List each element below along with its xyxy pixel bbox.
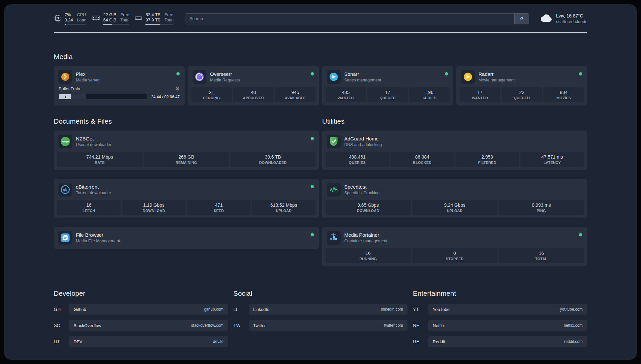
stat-block: 945 AVAILABLE [275,87,316,102]
stat-label: WANTED [327,96,365,100]
stat-block: 17 WANTED [460,87,500,102]
weather-location: Lviv, 16.87°C [556,13,587,19]
stat-block: 39.6 TB DOWNLOADED [230,152,316,167]
service-name: File Browser [76,232,120,238]
bookmark-url: youtube.com [560,307,583,312]
bookmark-abbr: RE [413,339,428,344]
service-name: Radarr [478,71,515,77]
bookmark-url: github.com [204,307,224,312]
memory-total-label: Total [120,17,129,23]
stat-label: DOWNLOAD [123,209,184,213]
memory-free-value: 22 GiB [103,12,116,17]
stat-value: 9.24 Gbps [413,202,496,208]
memory-progress-bar [103,24,129,25]
service-card-nzbget[interactable]: nzbget NZBGet Usenet downloader 744.21 M… [54,131,319,170]
stat-label: MOVIES [545,96,583,100]
stat-block: 744.21 Mbps RATE [57,152,142,167]
stat-value: 17 [461,90,499,95]
stat-block: 17 QUEUED [367,87,408,102]
section-documents-files: Documents & Files nzbget NZBGet U [54,117,319,249]
status-indicator [579,233,582,236]
dashboard: 7% CPU 3.24 Load [4,4,637,360]
stat-value: 471 [188,202,249,208]
service-card-radarr[interactable]: Radarr Movie management 17 WANTED 22 QUE… [456,66,587,106]
stat-block: 1.19 Gbps DOWNLOAD [122,200,186,215]
weather-condition: scattered clouds [556,19,587,24]
stat-label: RUNNING [327,257,410,261]
bookmark-link[interactable]: Netflix netflix.com [428,320,587,331]
bookmark-abbr: NF [413,323,428,328]
service-card-overseerr[interactable]: Overseerr Media Requests 21 PENDING 40 A… [188,66,319,106]
cpu-usage-value: 7% [65,12,73,17]
stat-label: RATE [58,161,141,165]
pause-button[interactable] [59,94,71,99]
stat-value: 47.571 ms [522,154,583,160]
bookmark-link[interactable]: Twitter twitter.com [249,320,408,331]
stat-label: SERIES [411,96,448,100]
stat-label: WANTED [461,96,499,100]
stat-label: FILTERED [457,161,518,165]
stat-label: DOWNLOAD [327,209,410,213]
bookmark-url: reddit.com [564,339,583,344]
bookmark-link[interactable]: YouTube youtube.com [428,304,587,315]
bookmark-linkedin: LI LinkedIn linkedin.com [233,304,408,315]
service-name: AdGuard Home [344,136,382,141]
service-card-portainer[interactable]: Media Portainer Container management 16 … [322,227,587,266]
stat-label: LEECH [58,209,119,213]
bookmark-name: Reddit [433,339,445,344]
service-card-filebrowser[interactable]: File Browser Media File Management [54,227,319,249]
search-input[interactable] [185,14,514,24]
stat-block: 16 LEECH [57,200,121,215]
bookmark-name: Github [74,307,86,312]
stat-label: PENDING [193,96,230,100]
service-card-plex[interactable]: Plex Media server Bullet Train ⚙ 24:44 /… [54,66,185,106]
service-name: qBittorrent [76,184,111,190]
stat-value: 21 [193,90,230,95]
memory-total-value: 64 GiB [103,17,116,23]
bookmark-link[interactable]: Github github.com [69,304,228,315]
stat-label: APPROVED [234,96,272,100]
bookmark-name: YouTube [433,307,449,312]
memory-free-label: Free [120,12,129,17]
bookmark-github: GH Github github.com [54,304,228,315]
memory-icon [92,15,100,23]
section-title-entertainment: Entertainment [413,289,587,297]
header-divider [54,32,587,33]
service-name: Speedtest [344,184,380,190]
bookmark-link[interactable]: LinkedIn linkedin.com [249,304,408,315]
service-name: Plex [76,71,100,77]
playback-progress-bar[interactable] [71,94,147,99]
search-provider-button[interactable]: G [514,14,529,24]
settings-gear-icon[interactable]: ⚙ [175,86,180,91]
status-indicator [311,185,314,188]
stat-block: 0.993 ms PING [499,200,584,215]
bookmark-url: linkedin.com [381,307,403,312]
bookmark-link[interactable]: Reddit reddit.com [428,336,587,347]
section-title-documents: Documents & Files [54,117,319,125]
service-card-adguard[interactable]: AdGuard Home DNS and adblocking 498,461 … [322,131,587,170]
service-card-qbittorrent[interactable]: qb qBittorrent Torrent downloader 16 LEE… [54,179,319,218]
status-indicator [579,72,582,76]
section-title-social: Social [233,289,408,297]
stat-value: 17 [369,90,407,95]
stat-block: 834 MOVIES [543,87,584,102]
adguard-icon [327,135,341,148]
cpu-progress-bar [65,24,86,25]
speedtest-icon [327,183,341,197]
status-indicator [176,72,180,76]
bookmark-abbr: DT [54,339,69,344]
service-name: NZBGet [76,136,111,141]
status-indicator [311,137,314,140]
resource-widgets: 7% CPU 3.24 Load [54,12,173,25]
stat-block: 2,953 FILTERED [455,152,519,167]
stat-value: 485 [327,90,365,95]
bookmark-link[interactable]: StackOverflow stackoverflow.com [69,320,228,331]
stat-value: 945 [276,90,314,95]
overseerr-icon [193,70,206,84]
bookmark-group-social: Social LI LinkedIn linkedin.com TW Twitt… [233,289,408,352]
service-card-sonarr[interactable]: Sonarr Series management 485 WANTED 17 Q… [322,66,453,106]
bookmark-link[interactable]: DEV dev.to [69,336,228,347]
service-card-speedtest[interactable]: Speedtest Speedtest Tracking 9.65 Gbps D… [322,179,587,218]
qbittorrent-icon: qb [58,183,72,197]
bookmark-url: stackoverflow.com [191,323,224,328]
